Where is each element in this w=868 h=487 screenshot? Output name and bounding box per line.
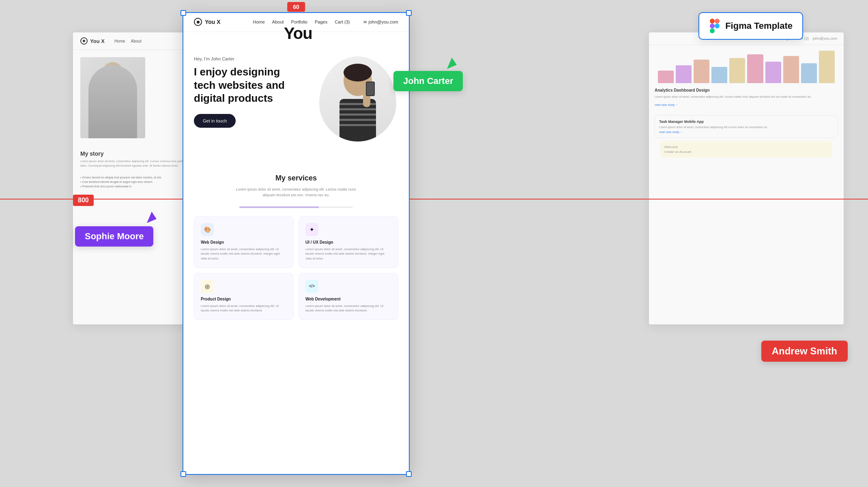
- service-card-ui-ux: ✦ UI / UX Design Lorem ipsum dolor sit a…: [299, 216, 398, 268]
- web-design-icon: 🎨: [201, 223, 214, 236]
- email-text: john@you.com: [368, 19, 398, 24]
- web-design-title: Web Design: [201, 240, 287, 245]
- dashboard-subtitle: Lorem ipsum dolor sit amet, consectetur …: [655, 95, 838, 99]
- services-grid: 🎨 Web Design Lorem ipsum dolor sit amet,…: [194, 216, 398, 320]
- hero-person-circle: [319, 56, 396, 142]
- svg-rect-13: [710, 24, 715, 28]
- left-nav-about: About: [131, 39, 142, 43]
- hero-image-area: [317, 48, 398, 150]
- service-card-product: ◎ Product Design Lorem ipsum dolor sit a…: [194, 273, 294, 320]
- chart-bar-2: [694, 60, 709, 83]
- hero-person-svg: [319, 56, 396, 142]
- svg-rect-10: [367, 82, 374, 95]
- right-frame-email: john@you.com: [813, 36, 837, 41]
- svg-rect-6: [339, 119, 376, 121]
- dashboard-chart: [655, 51, 838, 83]
- web-dev-title: Web Development: [305, 297, 391, 301]
- services-progress-bar: [239, 206, 353, 208]
- chart-bar-3: [711, 67, 727, 83]
- portfolio-card-1-link[interactable]: read case study →: [659, 131, 834, 133]
- person-body-shape: [88, 65, 137, 138]
- chart-bar-8: [801, 63, 817, 83]
- john-carter-label: John Carter: [393, 71, 463, 91]
- left-frame-logo-text: You X: [90, 38, 105, 44]
- svg-rect-12: [715, 19, 720, 24]
- figma-template-badge: Figma Template: [698, 12, 803, 40]
- services-description: Lorem ipsum dolor sit amet, consectetur …: [231, 187, 361, 198]
- figma-svg: [709, 19, 720, 33]
- web-design-desc: Lorem ipsum dolor sit amet, consectetur …: [201, 247, 287, 261]
- main-frame-wrapper: 60 You X Home About Portfolio Pages Cart…: [183, 0, 410, 487]
- site-logo-text: You X: [205, 19, 221, 25]
- svg-point-1: [344, 64, 372, 82]
- you-label: You: [284, 24, 312, 43]
- service-card-web-dev: </> Web Development Lorem ipsum dolor si…: [299, 273, 398, 320]
- portfolio-card-1-desc: Lorem ipsum dolor sit amet, consectetur …: [659, 125, 834, 129]
- portfolio-card-1-title: Task Manager Mobile App: [659, 120, 834, 124]
- svg-marker-16: [447, 58, 457, 69]
- dashboard-link[interactable]: read case study →: [655, 103, 838, 106]
- left-nav-home: Home: [114, 39, 125, 43]
- chart-bar-4: [729, 58, 745, 83]
- logo-circle-icon: [194, 18, 202, 26]
- web-dev-icon: </>: [305, 280, 318, 293]
- andrew-smith-label: Andrew Smith: [761, 341, 848, 362]
- hero-title: I enjoy designing tech websites and digi…: [194, 65, 317, 105]
- hero-cta-button[interactable]: Get in touch: [194, 114, 236, 128]
- svg-rect-14: [710, 28, 715, 33]
- portfolio-card-1: Task Manager Mobile App Lorem ipsum dolo…: [655, 115, 838, 138]
- left-frame-logo: You X: [80, 37, 105, 45]
- site-hero-section: Hey, I'm John Carter I enjoy designing t…: [183, 32, 410, 162]
- email-icon: ✉: [363, 20, 367, 24]
- services-progress-fill: [239, 206, 319, 208]
- product-design-icon: ◎: [201, 280, 214, 293]
- svg-rect-4: [339, 108, 376, 110]
- chart-bar-6: [765, 62, 781, 83]
- product-design-title: Product Design: [201, 297, 287, 301]
- svg-rect-7: [339, 124, 376, 126]
- svg-rect-5: [339, 114, 376, 116]
- chart-bar-9: [819, 51, 835, 83]
- hero-title-line3: digital products: [194, 92, 273, 104]
- svg-marker-17: [147, 212, 157, 223]
- ui-ux-desc: Lorem ipsum dolor sit amet, consectetur …: [305, 247, 391, 261]
- dashboard-title: Analytics Dashboard Design: [655, 88, 838, 92]
- services-section: My services Lorem ipsum dolor sit amet, …: [183, 162, 410, 332]
- product-design-desc: Lorem ipsum dolor sit amet, consectetur …: [201, 304, 287, 313]
- hero-subtitle: Hey, I'm John Carter: [194, 56, 317, 61]
- width-indicator-badge: 60: [287, 2, 305, 12]
- left-logo-dot-icon: [83, 40, 85, 42]
- ui-ux-title: UI / UX Design: [305, 240, 391, 245]
- ui-ux-icon: ✦: [305, 223, 318, 236]
- nav-pages[interactable]: Pages: [315, 19, 327, 24]
- service-card-web-design: 🎨 Web Design Lorem ipsum dolor sit amet,…: [194, 216, 294, 268]
- nav-home[interactable]: Home: [253, 19, 265, 24]
- figma-badge-title: Figma Template: [725, 21, 793, 31]
- you-label-text: You: [284, 24, 312, 42]
- left-logo-circle-icon: [80, 37, 88, 45]
- left-frame-nav-links: Home About: [114, 39, 142, 43]
- sophie-moore-label: Sophie Moore: [75, 226, 153, 247]
- site-nav-links: Home About Portfolio Pages Cart (3): [253, 19, 350, 24]
- svg-rect-11: [710, 19, 715, 24]
- welcome-card: Welcome Create an Account: [660, 141, 832, 158]
- nav-cart[interactable]: Cart (3): [335, 19, 350, 24]
- nav-about[interactable]: About: [272, 19, 284, 24]
- chart-bar-7: [783, 56, 799, 83]
- hero-title-line1: I enjoy designing: [194, 66, 280, 78]
- right-background-frame: Pages Cart (3) john@you.com Analytics Da…: [649, 32, 844, 324]
- site-nav-email: ✉ john@you.com: [363, 19, 398, 24]
- svg-rect-3: [339, 103, 376, 105]
- logo-dot-icon: [197, 21, 200, 24]
- nav-portfolio[interactable]: Portfolio: [291, 19, 307, 24]
- hero-text-area: Hey, I'm John Carter I enjoy designing t…: [194, 48, 317, 150]
- red-measurement-line: [0, 199, 868, 200]
- main-website-frame[interactable]: You X Home About Portfolio Pages Cart (3…: [183, 12, 410, 475]
- dashboard-content: Analytics Dashboard Design Lorem ipsum d…: [649, 45, 844, 112]
- web-dev-desc: Lorem ipsum dolor sit amet, consectetur …: [305, 304, 391, 313]
- hero-title-line2: tech websites and: [194, 79, 285, 91]
- figma-logo-icon: [709, 19, 720, 33]
- red-line-value-label: 800: [73, 195, 94, 206]
- portfolio-section: Task Manager Mobile App Lorem ipsum dolo…: [649, 112, 844, 165]
- chart-bar-5: [747, 54, 763, 83]
